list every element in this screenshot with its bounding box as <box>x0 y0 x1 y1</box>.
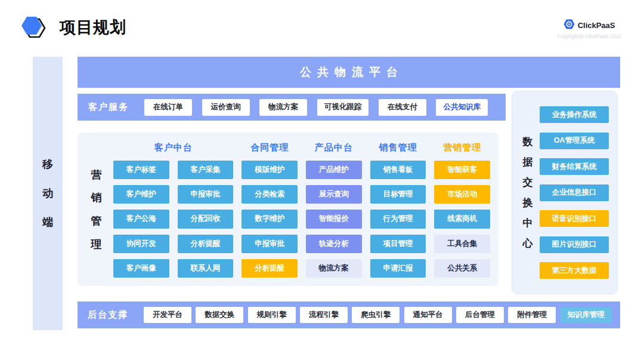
backend-button[interactable]: 通知平台 <box>404 307 452 323</box>
customer-service-button[interactable]: 物流方案 <box>259 99 307 116</box>
module-cell[interactable]: 协同开发 <box>113 235 169 253</box>
module-cell[interactable]: 联系人网 <box>178 259 234 278</box>
exchange-button[interactable]: 企业信息接口 <box>540 184 609 201</box>
module-cell[interactable]: 销售看板 <box>370 161 426 179</box>
customer-service-button[interactable]: 在线订单 <box>144 99 192 116</box>
brand-name: ClickPaaS <box>578 21 615 30</box>
backend-support-bar: 后台支撑 开发平台 数据交换 规则引擎 流程引擎 爬虫引擎 通知平台 后台管理 … <box>78 302 620 328</box>
module-cell[interactable]: 智能获客 <box>434 161 490 179</box>
module-cell[interactable]: 公共关系 <box>434 259 490 278</box>
backend-button[interactable]: 爬虫引擎 <box>352 307 400 323</box>
module-cell[interactable]: 产品维护 <box>306 161 362 179</box>
exchange-button[interactable]: 财务结算系统 <box>540 158 609 175</box>
exchange-button[interactable]: 图片识别接口 <box>540 236 609 253</box>
module-cell[interactable]: 客户画像 <box>113 259 169 278</box>
backend-button[interactable]: 规则引擎 <box>248 307 296 323</box>
module-cell[interactable]: 项目管理 <box>370 235 426 253</box>
marketing-side-label: 营销管理 <box>91 163 102 256</box>
column-header: 产品中台 <box>306 140 362 155</box>
module-grid: 客户中台 合同管理 产品中台 销售管理 营销管理 客户标签 客户采集 模版维护 … <box>113 140 490 278</box>
module-cell[interactable]: 模版维护 <box>242 161 298 179</box>
module-cell[interactable]: 客户采集 <box>178 161 234 179</box>
backend-button[interactable]: 附件管理 <box>508 307 556 323</box>
exchange-button[interactable]: 业务操作系统 <box>540 106 609 123</box>
module-cell[interactable]: 智能报价 <box>306 210 362 228</box>
marketing-management-panel: 营销管理 客户中台 合同管理 产品中台 销售管理 营销管理 客户标签 客户采集 … <box>78 133 499 286</box>
logistics-platform-banner: 公共物流平台 <box>78 57 620 88</box>
page: 项目规划 ClickPaaS Copyright@ ClickPaaS 2022… <box>0 0 644 363</box>
module-cell[interactable]: 申请汇报 <box>370 259 426 278</box>
exchange-button[interactable]: OA管理系统 <box>540 133 609 149</box>
exchange-button[interactable]: 语音识别接口 <box>540 210 609 227</box>
module-cell[interactable]: 客户维护 <box>113 185 169 204</box>
mobile-rail-label: 移动端 <box>42 150 54 237</box>
data-exchange-panel: 数据交换中心 业务操作系统 OA管理系统 财务结算系统 企业信息接口 语音识别接… <box>512 91 618 294</box>
backend-button[interactable]: 后台管理 <box>456 307 504 323</box>
module-cell[interactable]: 展示查询 <box>306 185 362 204</box>
module-cell[interactable]: 分类检索 <box>242 185 298 204</box>
copyright-text: Copyright@ ClickPaaS 2022 <box>557 33 621 39</box>
backend-button-knowledge-management[interactable]: 知识库管理 <box>561 307 612 323</box>
banner-title: 公共物流平台 <box>294 64 404 80</box>
customer-service-button[interactable]: 可视化跟踪 <box>317 99 369 116</box>
module-cell[interactable]: 轨迹分析 <box>306 235 362 253</box>
module-cell[interactable]: 分析提醒 <box>242 259 298 278</box>
module-cell[interactable]: 市场活动 <box>434 185 490 204</box>
customer-service-bar: 客户服务 在线订单 运价查询 物流方案 可视化跟踪 在线支付 公共知识库 <box>78 94 506 121</box>
module-cell[interactable]: 数字维护 <box>242 210 298 228</box>
customer-service-button-knowledge-base[interactable]: 公共知识库 <box>436 99 488 116</box>
data-exchange-buttons: 业务操作系统 OA管理系统 财务结算系统 企业信息接口 语音识别接口 图片识别接… <box>540 106 609 279</box>
module-cell[interactable]: 物流方案 <box>306 259 362 278</box>
module-cell[interactable]: 客户公海 <box>113 210 169 228</box>
module-cell[interactable]: 目标管理 <box>370 185 426 204</box>
data-exchange-label: 数据交换中心 <box>522 132 533 254</box>
module-cell[interactable]: 客户标签 <box>113 161 169 179</box>
backend-button[interactable]: 数据交换 <box>196 307 243 323</box>
module-cell[interactable]: 线索商机 <box>434 210 490 228</box>
mobile-rail: 移动端 <box>33 57 63 330</box>
customer-service-label: 客户服务 <box>88 101 129 113</box>
backend-support-label: 后台支撑 <box>88 309 128 321</box>
column-header: 营销管理 <box>434 140 490 155</box>
backend-button[interactable]: 开发平台 <box>144 307 191 323</box>
module-cell[interactable]: 分析提醒 <box>178 235 234 253</box>
module-cell[interactable]: 工具合集 <box>434 235 490 253</box>
clickpaas-logo-icon <box>564 19 575 32</box>
module-cell[interactable]: 分配回收 <box>178 210 234 228</box>
customer-service-buttons: 在线订单 运价查询 物流方案 可视化跟踪 在线支付 公共知识库 <box>144 99 488 116</box>
module-cell[interactable]: 申报审批 <box>242 235 298 253</box>
brand-block: ClickPaaS Copyright@ ClickPaaS 2022 <box>557 19 621 39</box>
customer-service-button[interactable]: 在线支付 <box>379 99 426 116</box>
column-header: 客户中台 <box>113 140 233 155</box>
exchange-button[interactable]: 第三方大数据 <box>540 262 609 279</box>
backend-support-buttons: 开发平台 数据交换 规则引擎 流程引擎 爬虫引擎 通知平台 后台管理 附件管理 … <box>144 307 612 323</box>
page-title: 项目规划 <box>60 17 126 38</box>
hexagon-logo-icon <box>20 13 49 43</box>
backend-button[interactable]: 流程引擎 <box>300 307 348 323</box>
module-cell[interactable]: 申报审批 <box>178 185 234 204</box>
column-header: 销售管理 <box>370 140 426 155</box>
module-cell[interactable]: 行为管理 <box>370 210 426 228</box>
customer-service-button[interactable]: 运价查询 <box>202 99 250 116</box>
column-header: 合同管理 <box>242 140 298 155</box>
